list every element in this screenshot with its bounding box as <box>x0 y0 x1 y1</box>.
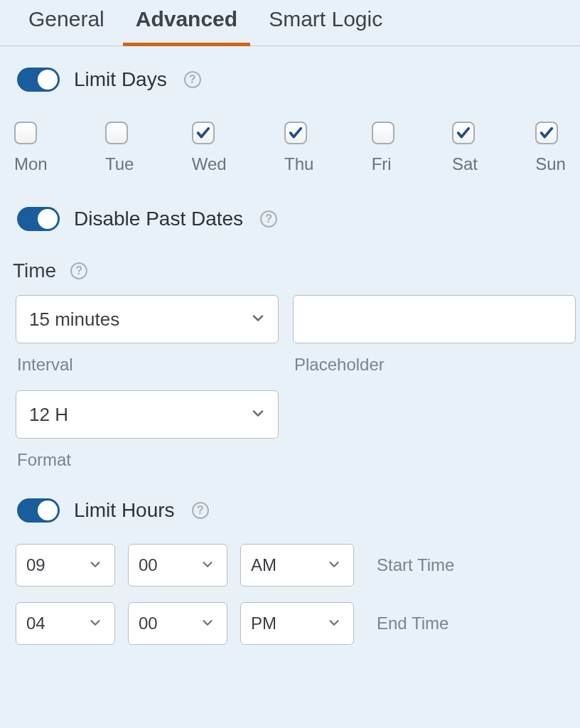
start-hour-select[interactable]: 09 <box>16 544 115 587</box>
end-hour-select[interactable]: 04 <box>16 602 115 645</box>
help-icon[interactable]: ? <box>184 71 201 88</box>
day-item: Thu <box>284 122 313 174</box>
start-minute-value: 00 <box>139 555 158 575</box>
help-icon[interactable]: ? <box>192 502 209 519</box>
end-hour-value: 04 <box>26 614 45 633</box>
day-checkbox-mon[interactable] <box>14 122 37 144</box>
start-ampm-select[interactable]: AM <box>240 544 354 587</box>
chevron-down-icon <box>201 555 214 575</box>
day-item: Mon <box>14 122 48 174</box>
format-select[interactable]: 12 H <box>16 390 279 439</box>
help-icon[interactable]: ? <box>70 262 87 279</box>
day-checkbox-sat[interactable] <box>452 122 475 144</box>
end-minute-value: 00 <box>139 614 158 633</box>
format-label: Format <box>16 446 279 470</box>
disable-past-toggle[interactable] <box>17 207 60 231</box>
chevron-down-icon <box>201 614 214 633</box>
end-ampm-value: PM <box>251 614 276 633</box>
chevron-down-icon <box>328 555 340 575</box>
end-minute-select[interactable]: 00 <box>128 602 227 645</box>
day-item: Tue <box>105 122 134 174</box>
day-label: Sun <box>535 154 566 174</box>
day-label: Tue <box>105 154 134 174</box>
start-ampm-value: AM <box>251 555 276 575</box>
limit-days-toggle[interactable] <box>17 68 60 92</box>
day-checkbox-thu[interactable] <box>284 122 307 144</box>
day-label: Fri <box>372 154 392 174</box>
chevron-down-icon <box>251 404 265 426</box>
day-label: Wed <box>192 154 227 174</box>
start-minute-select[interactable]: 00 <box>128 544 227 587</box>
day-checkbox-sun[interactable] <box>535 122 558 144</box>
start-hour-value: 09 <box>26 555 45 575</box>
day-item: Fri <box>372 122 394 174</box>
chevron-down-icon <box>251 309 265 331</box>
limit-days-label: Limit Days <box>74 68 167 91</box>
chevron-down-icon <box>89 555 102 575</box>
day-item: Wed <box>192 122 227 174</box>
chevron-down-icon <box>328 614 340 633</box>
tab-general[interactable]: General <box>28 4 104 40</box>
end-time-row: 04 00 PM End Time <box>0 602 580 645</box>
interval-label: Interval <box>16 350 279 375</box>
placeholder-input[interactable] <box>293 295 576 343</box>
help-icon[interactable]: ? <box>260 210 277 228</box>
interval-select[interactable]: 15 minutes <box>16 295 279 343</box>
end-ampm-select[interactable]: PM <box>240 602 354 645</box>
disable-past-label: Disable Past Dates <box>74 208 243 230</box>
limit-days-row: Limit Days ? <box>0 46 580 92</box>
day-item: Sat <box>452 122 478 174</box>
limit-hours-row: Limit Hours ? <box>0 470 580 523</box>
day-label: Thu <box>284 154 313 174</box>
interval-value: 15 minutes <box>29 309 119 331</box>
time-heading-label: Time <box>13 259 56 282</box>
time-heading: Time ? <box>0 231 580 282</box>
tab-advanced[interactable]: Advanced <box>136 4 237 40</box>
tabs: General Advanced Smart Logic <box>0 4 580 46</box>
format-value: 12 H <box>29 404 68 426</box>
days-container: MonTueWedThuFriSatSun <box>0 92 580 174</box>
start-time-label: Start Time <box>377 555 454 575</box>
chevron-down-icon <box>89 614 102 633</box>
placeholder-label: Placeholder <box>293 350 576 375</box>
limit-hours-toggle[interactable] <box>17 498 60 523</box>
day-label: Sat <box>452 154 478 174</box>
disable-past-row: Disable Past Dates ? <box>0 174 580 231</box>
limit-hours-label: Limit Hours <box>74 499 175 522</box>
day-checkbox-wed[interactable] <box>192 122 215 144</box>
day-item: Sun <box>535 122 566 174</box>
end-time-label: End Time <box>377 614 449 633</box>
day-checkbox-fri[interactable] <box>372 122 394 144</box>
tab-smart-logic[interactable]: Smart Logic <box>269 4 382 40</box>
day-checkbox-tue[interactable] <box>105 122 128 144</box>
start-time-row: 09 00 AM Start Time <box>0 544 580 587</box>
day-label: Mon <box>14 154 48 174</box>
